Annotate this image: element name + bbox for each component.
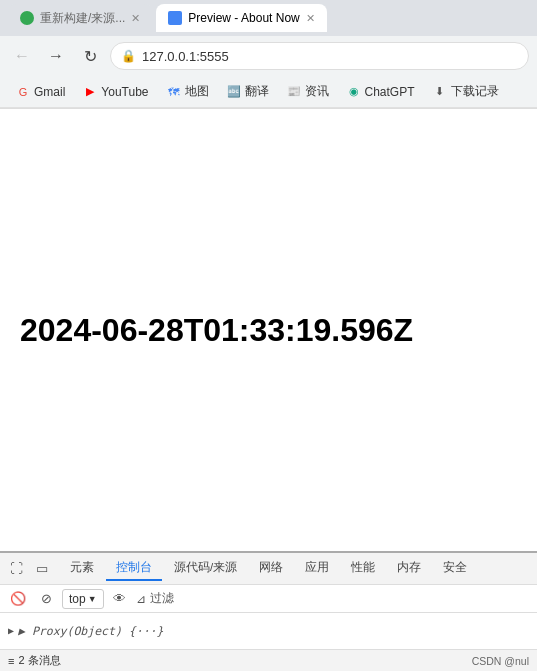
tab-security[interactable]: 安全 (433, 556, 477, 581)
bookmark-youtube[interactable]: ▶ YouTube (75, 82, 156, 102)
block-icon[interactable]: ⊘ (34, 587, 58, 611)
tab-close-1[interactable]: ✕ (131, 12, 140, 25)
devtools-panel: ⛶ ▭ 元素 控制台 源代码/来源 网络 应用 性能 内存 安全 🚫 ⊘ (0, 551, 537, 671)
gmail-icon: G (16, 85, 30, 99)
inspect-element-icon[interactable]: ⛶ (4, 557, 28, 581)
clear-console-icon[interactable]: 🚫 (6, 587, 30, 611)
console-level-select[interactable]: top ▼ (62, 589, 104, 609)
tab-console[interactable]: 控制台 (106, 556, 162, 581)
list-icon: ≡ (8, 655, 14, 667)
bookmark-news-label: 资讯 (305, 83, 329, 100)
console-message: ▶ Proxy(Object) {···} (18, 622, 163, 640)
devtools-icons: ⛶ ▭ (4, 557, 54, 581)
bookmark-news[interactable]: 📰 资讯 (279, 80, 337, 103)
map-icon: 🗺 (167, 85, 181, 99)
tab-favicon-1 (20, 11, 34, 25)
bookmark-map[interactable]: 🗺 地图 (159, 80, 217, 103)
console-arrow-icon: ▶ (8, 622, 14, 640)
eye-icon[interactable]: 👁 (108, 587, 132, 611)
bookmark-youtube-label: YouTube (101, 85, 148, 99)
tab-close-2[interactable]: ✕ (306, 12, 315, 25)
devtools-console: ▶ ▶ Proxy(Object) {···} (0, 613, 537, 649)
translate-icon: 🔤 (227, 85, 241, 99)
bookmark-download[interactable]: ⬇ 下载记录 (425, 80, 507, 103)
tab-label-2: Preview - About Now (188, 11, 299, 25)
back-button[interactable]: ← (8, 42, 36, 70)
bookmark-chatgpt[interactable]: ◉ ChatGPT (339, 82, 423, 102)
devtools-status-bar: ≡ 2 条消息 CSDN @nul (0, 649, 537, 671)
message-count-text: 2 条消息 (18, 653, 60, 668)
bookmark-gmail[interactable]: G Gmail (8, 82, 73, 102)
bookmarks-bar: G Gmail ▶ YouTube 🗺 地图 🔤 翻译 📰 资讯 ◉ ChatG… (0, 76, 537, 108)
device-toolbar-icon[interactable]: ▭ (30, 557, 54, 581)
download-icon: ⬇ (433, 85, 447, 99)
tab-sources[interactable]: 源代码/来源 (164, 556, 247, 581)
console-row: ▶ ▶ Proxy(Object) {···} (8, 622, 529, 640)
page-content: 2024-06-28T01:33:19.596Z (0, 109, 537, 552)
bookmark-download-label: 下载记录 (451, 83, 499, 100)
bookmark-chatgpt-label: ChatGPT (365, 85, 415, 99)
filter-label: 过滤 (150, 590, 174, 607)
browser-chrome: 重新构建/来源... ✕ Preview - About Now ✕ ← → ↻… (0, 0, 537, 109)
timestamp: 2024-06-28T01:33:19.596Z (20, 312, 413, 349)
message-count: 2 条消息 (18, 653, 60, 668)
bookmark-gmail-label: Gmail (34, 85, 65, 99)
tab-favicon-2 (168, 11, 182, 25)
tab-performance[interactable]: 性能 (341, 556, 385, 581)
tab-active[interactable]: Preview - About Now ✕ (156, 4, 326, 32)
devtools-toolbar: 🚫 ⊘ top ▼ 👁 ⊿ 过滤 (0, 585, 537, 613)
tab-inactive[interactable]: 重新构建/来源... ✕ (8, 4, 152, 32)
bookmark-translate-label: 翻译 (245, 83, 269, 100)
filter-icon: ⊿ (136, 592, 146, 606)
devtools-tab-bar: ⛶ ▭ 元素 控制台 源代码/来源 网络 应用 性能 内存 安全 (0, 553, 537, 585)
tab-application[interactable]: 应用 (295, 556, 339, 581)
lock-icon: 🔒 (121, 49, 136, 63)
bookmark-map-label: 地图 (185, 83, 209, 100)
tab-network[interactable]: 网络 (249, 556, 293, 581)
chatgpt-icon: ◉ (347, 85, 361, 99)
bookmark-translate[interactable]: 🔤 翻译 (219, 80, 277, 103)
youtube-icon: ▶ (83, 85, 97, 99)
nav-bar: ← → ↻ 🔒 127.0.0.1:5555 (0, 36, 537, 76)
news-icon: 📰 (287, 85, 301, 99)
tab-memory[interactable]: 内存 (387, 556, 431, 581)
tab-elements[interactable]: 元素 (60, 556, 104, 581)
refresh-button[interactable]: ↻ (76, 42, 104, 70)
console-level-label: top (69, 592, 86, 606)
status-left: ≡ 2 条消息 (8, 653, 61, 668)
chevron-down-icon: ▼ (88, 594, 97, 604)
tab-label-1: 重新构建/来源... (40, 10, 125, 27)
status-right: CSDN @nul (472, 655, 529, 667)
filter-bar: ⊿ 过滤 (136, 590, 174, 607)
forward-button[interactable]: → (42, 42, 70, 70)
address-bar[interactable]: 🔒 127.0.0.1:5555 (110, 42, 529, 70)
tab-bar: 重新构建/来源... ✕ Preview - About Now ✕ (0, 0, 537, 36)
address-text: 127.0.0.1:5555 (142, 49, 518, 64)
